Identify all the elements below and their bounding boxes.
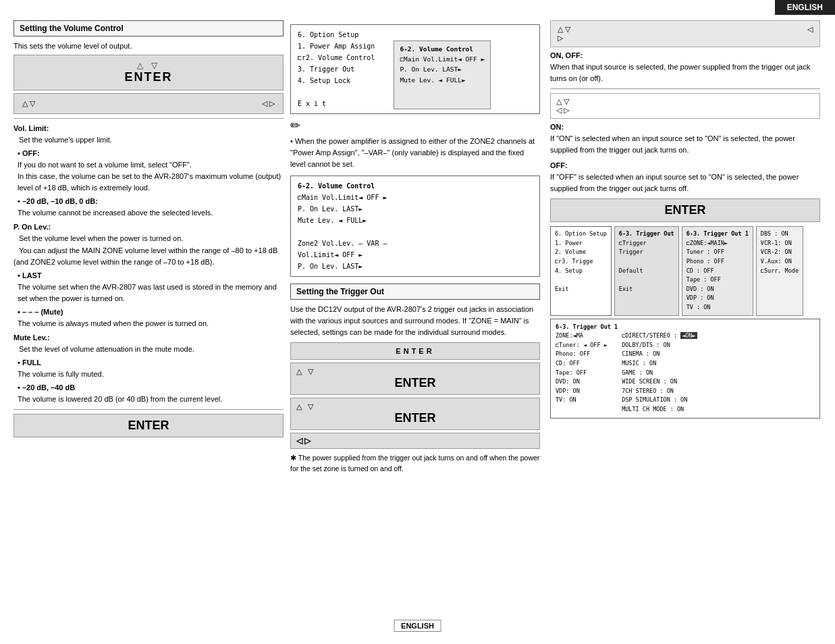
- menu1-item-3: 4. Setup Lock: [298, 75, 375, 86]
- minus20-desc: The volume cannot be increased above the…: [18, 209, 213, 217]
- trigger-intro: Use the DC12V output of the AVR-2807's 2…: [290, 304, 540, 338]
- menu1-sub-title: 6-2. Volume Control: [400, 44, 485, 54]
- last-label: • LAST: [18, 271, 42, 279]
- mute-dash-label: • – – – (Mute): [18, 308, 63, 316]
- full-label: • FULL: [18, 358, 41, 367]
- off-label: • OFF:: [18, 149, 40, 157]
- right-bottom-tuner: ⊏Tuner: ◄ OFF ►: [556, 341, 618, 350]
- arrows-lr: ◁ ▷: [262, 99, 275, 108]
- minus20-section: • –20 dB, –10 dB, 0 dB: The volume canno…: [18, 196, 284, 219]
- menu1-item-1: ⊏r2. Volume Control: [298, 52, 375, 63]
- right-bottom-wide: WIDE SCREEN : ON: [622, 377, 697, 387]
- right-arrows-box2: △ ▽ ◁ ▷: [550, 93, 820, 119]
- intro-text: This sets the volume level of output.: [14, 41, 284, 52]
- menu1-exit: E x i t: [298, 98, 375, 109]
- right-triangle-down: ▷: [558, 34, 813, 43]
- left-column: Setting the Volume Control This sets the…: [14, 20, 284, 441]
- right-menu-outer: 6. Option Setup 1. Power 2. Volume ⊏r3. …: [550, 226, 612, 315]
- right-bottom-7ch: 7CH STEREO : ON: [622, 387, 697, 396]
- right-outer-i2: ⊏r3. Trigge: [555, 257, 607, 267]
- right-bottom-title: 6-3. Trigger Out 1: [556, 323, 618, 332]
- right-sub1-exit: Exit: [619, 285, 674, 294]
- enter-label-mid2: ENTER: [296, 411, 534, 425]
- note-icon: ✏: [290, 118, 540, 133]
- right-arrows-ud2: △ ▽: [556, 97, 814, 106]
- trigger-enter-box2: △ ▽ ENTER: [290, 398, 540, 430]
- mute-dash-desc: The volume is always muted when the powe…: [18, 319, 209, 327]
- minus20-40-desc: The volume is lowered 20 dB (or 40 dB) f…: [18, 395, 222, 403]
- trigger-enter-box1: △ ▽ ENTER: [290, 363, 540, 395]
- right-sub2-tuner: Tuner : OFF: [686, 248, 749, 257]
- enter-label-mid1: ENTER: [296, 376, 534, 390]
- lcd-enter-box: △ ▽ ENTER: [14, 55, 284, 90]
- menu2-item-1: P. On Lev. LAST►: [298, 203, 533, 215]
- menu1-title: 6. Option Setup: [298, 29, 533, 41]
- right-sub3-vcr1: VCR-1: ON: [761, 239, 799, 248]
- header-label: ENGLISH: [775, 0, 835, 15]
- menu2-title: 6-2. Volume Control: [298, 180, 533, 192]
- enter-arrows-ud: △ ▽: [296, 367, 534, 376]
- right-outer-i0: 1. Power: [555, 239, 607, 248]
- pon-label: P. On Lev.:: [14, 223, 51, 231]
- vol-limit-label: Vol. Limit:: [14, 124, 49, 132]
- right-sub2-dvd: DVD : ON: [686, 285, 749, 294]
- right-enter: ENTER: [550, 198, 820, 222]
- pon-desc2: You can adjust the MAIN ZONE volume leve…: [14, 246, 277, 266]
- right-sub3: DBS : ON VCR-1: ON VCR-2: ON V.Aux: ON ⊏…: [756, 226, 803, 315]
- right-bottom-right: ⊏DIRECT/STEREO : ◄ON► DOLBY/DTS : ON CIN…: [622, 323, 697, 414]
- arrows-ud2: △ ▽: [22, 99, 35, 108]
- right-arrows-ud: △ ▽: [558, 25, 570, 34]
- right-bottom-phono: Phono: OFF: [556, 350, 618, 359]
- right-bottom-left: 6-3. Trigger Out 1 ZONE:◄MA ⊏Tuner: ◄ OF…: [556, 323, 618, 414]
- off-desc2: In this case, the volume can be set to t…: [18, 172, 281, 192]
- full-section: • FULL The volume is fully muted.: [18, 357, 284, 380]
- right-sub3-vaux: V.Aux: ON: [761, 257, 799, 267]
- menu2-item-5: Vol.Limit◄ OFF ►: [298, 249, 533, 261]
- right-sub3-surr: ⊏Surr. Mode: [761, 267, 799, 276]
- right-bottom-dsp: DSP SIMULATION : ON: [622, 396, 697, 405]
- mute-lev-section: Mute Lev.: Set the level of volume atten…: [14, 332, 284, 355]
- right-bottom-dvd: DVD: ON: [556, 377, 618, 387]
- right-sub2-phono: Phono : OFF: [686, 257, 749, 267]
- enter-bottom: ENTER: [14, 414, 284, 437]
- minus20-40-section: • –20 dB, –40 dB The volume is lowered 2…: [18, 382, 284, 405]
- menu1-item-0: 1. Power Amp Assign: [298, 41, 375, 52]
- right-sub2-title: 6-3. Trigger Out 1: [686, 230, 749, 239]
- right-bottom-tv: TV: ON: [556, 396, 618, 405]
- lr-arrows-box: ◁ ▷: [290, 433, 540, 449]
- lcd-arrows-box: △ ▽ ◁ ▷: [14, 93, 284, 114]
- pon-section: P. On Lev.: Set the volume level when th…: [14, 221, 284, 267]
- right-sub1-default: Default: [619, 267, 674, 276]
- off-text: If "OFF" is selected when an input sourc…: [550, 171, 820, 194]
- right-sub1: 6-3. Trigger Out ⊏Trigger Trigger Defaul…: [614, 226, 679, 315]
- right-bottom-menu: 6-3. Trigger Out 1 ZONE:◄MA ⊏Tuner: ◄ OF…: [550, 319, 820, 419]
- vol-limit-section: Vol. Limit: Set the volume's upper limit…: [14, 123, 284, 146]
- menu2-item-2: Mute Lev. ◄ FULL►: [298, 215, 533, 226]
- enter-label: ENTER: [22, 70, 275, 84]
- last-desc: The volume set when the AVR-2807 was las…: [18, 283, 277, 302]
- right-sub2-zone: ⊏ZONE:◄MAIN►: [686, 239, 749, 248]
- note-text: • When the power amplifier is assigned t…: [290, 136, 540, 170]
- right-bottom-direct: ⊏DIRECT/STEREO : ◄ON►: [622, 331, 697, 341]
- off-desc1: If you do not want to set a volume limit…: [18, 161, 192, 169]
- right-sub2-cd: CD : OFF: [686, 267, 749, 276]
- section-title-trigger: Setting the Trigger Out: [290, 284, 540, 300]
- right-sub2: 6-3. Trigger Out 1 ⊏ZONE:◄MAIN► Tuner : …: [682, 226, 753, 315]
- right-bottom-multi: MULTI CH MODE : ON: [622, 405, 697, 414]
- menu2-item-4: Zone2 Vol.Lev. – VAR –: [298, 238, 533, 249]
- right-sub2-tape: Tape : OFF: [686, 275, 749, 285]
- right-column: △ ▽ ◁ ▷ ON, OFF: When that input source …: [550, 20, 820, 419]
- vol-limit-desc: Set the volume's upper limit.: [19, 136, 112, 144]
- mute-lev-label: Mute Lev.:: [14, 333, 50, 342]
- full-desc: The volume is fully muted.: [18, 370, 104, 378]
- right-bottom-r-spacer: [622, 323, 697, 332]
- right-outer-title: 6. Option Setup: [555, 230, 607, 239]
- minus20-40-label: • –20 dB, –40 dB: [18, 383, 75, 392]
- right-bottom-music: MUSIC : ON: [622, 359, 697, 369]
- footnote-text: ✱ The power supplied from the trigger ou…: [290, 453, 540, 475]
- right-outer-i3: 4. Setup: [555, 267, 607, 276]
- right-bottom-zone: ZONE:◄MA: [556, 331, 618, 341]
- off-section: • OFF: If you do not want to set a volum…: [18, 148, 284, 194]
- trigger-enter1: ENTER: [290, 342, 540, 360]
- menu1-item-2: 3. Trigger Out: [298, 63, 375, 75]
